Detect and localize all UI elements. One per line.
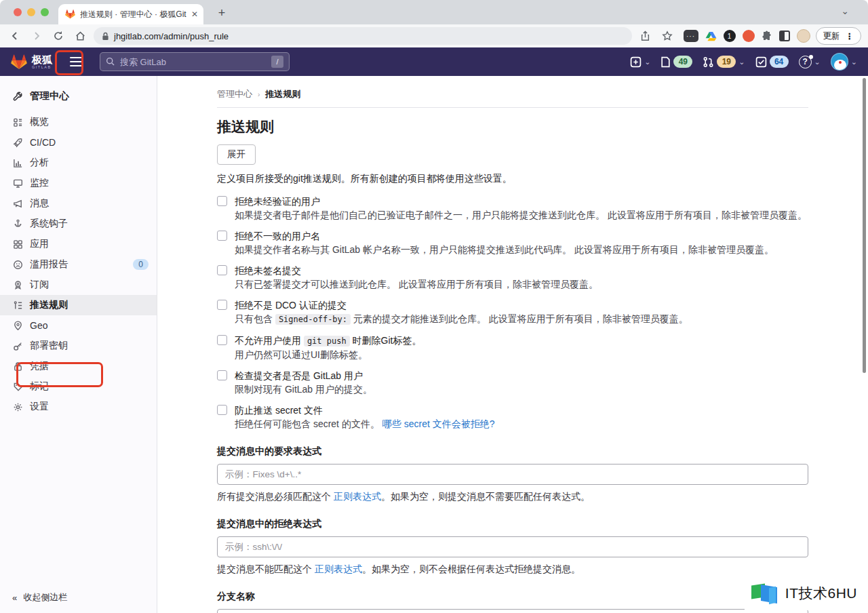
issues-count-badge: 49 [673,56,692,68]
sidebar-item-monitoring[interactable]: 监控 [0,173,157,193]
sidebar-item-settings[interactable]: 设置 [0,397,157,417]
close-window-button[interactable] [14,8,22,16]
search-icon [106,57,115,66]
field-label: 分支名称 [217,591,808,603]
checkbox[interactable] [217,265,227,275]
hook-icon [12,218,23,229]
tab-title: 推送规则 · 管理中心 · 极狐GitLa [80,9,186,20]
sidebar-item-push-rules[interactable]: 推送规则 [0,295,157,315]
secret-files-help-link[interactable]: 哪些 secret 文件会被拒绝? [382,418,495,429]
sidebar-item-messages[interactable]: 消息 [0,193,157,214]
sidebar-item-deploy-keys[interactable]: 部署密钥 [0,336,157,356]
apps-grid-icon [12,239,23,250]
checkbox[interactable] [217,231,227,241]
bookmark-star-icon[interactable] [659,28,675,44]
search-input[interactable] [120,57,267,67]
browser-tabstrip: 推送规则 · 管理中心 · 极狐GitLa ✕ + ⌄ [0,0,868,24]
sidebar-item-credentials[interactable]: 凭据 [0,356,157,376]
mr-count-badge: 19 [717,56,736,68]
sidebar-item-cicd[interactable]: CI/CD [0,132,157,153]
sidebar-item-system-hooks[interactable]: 系统钩子 [0,214,157,234]
help-button[interactable]: ? ⌄ [799,56,821,68]
gitlab-logo[interactable]: 极狐 GITLAB [11,54,52,70]
circle-one-extension-icon[interactable]: 1 [724,30,736,42]
checkbox[interactable] [217,196,227,206]
chevron-down-icon: ⌄ [851,58,857,66]
browser-toolbar: jhgitlab.com/admin/push_rule ··· 1 更新 ⋮ [0,24,868,47]
sidebar-item-labels[interactable]: 标记 [0,376,157,397]
wrench-icon [12,91,23,102]
required-expression-input[interactable] [217,464,808,485]
todos-button[interactable]: 64 [755,56,789,68]
medal-icon [12,279,23,290]
breadcrumb-admin-link[interactable]: 管理中心 [217,88,252,100]
checkbox-row-check-committer-is-gitlab-user: 检查提交者是否是 GitLab 用户 限制对现有 GitLab 用户的提交。 [217,369,808,396]
browser-update-button[interactable]: 更新 ⋮ [816,27,862,45]
share-icon[interactable] [637,28,654,44]
breadcrumb-current: 推送规则 [265,88,300,100]
checkbox[interactable] [217,405,227,415]
branch-name-input[interactable] [217,609,808,613]
sidebar-item-abuse-reports[interactable]: 滥用报告 0 [0,254,157,275]
regex-help-link[interactable]: 正则表达式 [334,491,381,502]
puzzle-extensions-icon[interactable] [762,31,772,41]
minimize-window-button[interactable] [27,8,35,16]
tab-close-icon[interactable]: ✕ [191,9,198,19]
gitlab-favicon [65,9,75,19]
checkbox[interactable] [217,370,227,380]
back-button[interactable] [7,28,23,44]
brand-subtitle: GITLAB [32,66,52,70]
regex-help-link[interactable]: 正则表达式 [315,563,362,574]
global-search[interactable]: / [100,52,290,71]
page-scrollbar[interactable] [863,78,866,373]
reject-expression-input[interactable] [217,536,808,557]
home-button[interactable] [72,28,88,44]
section-description: 定义项目所接受的git推送规则。所有新创建的项目都将使用这些设置。 [217,173,808,185]
browser-menu-kebab-icon[interactable]: ⋮ [846,31,854,41]
admin-sidebar: 管理中心 概览 CI/CD 分析 监控 消息 系统钩子 应用 滥用报告 0 订阅… [0,76,157,613]
orange-extension-icon[interactable] [743,30,755,42]
plus-square-icon [630,56,642,68]
split-window-icon[interactable] [779,31,790,41]
expand-button[interactable]: 展开 [217,144,256,165]
forward-button[interactable] [28,28,45,44]
reload-button[interactable] [50,28,66,44]
issues-button[interactable]: 49 [660,56,692,68]
tab-search-chevron-icon[interactable]: ⌄ [841,5,849,16]
url-bar[interactable]: jhgitlab.com/admin/push_rule [94,27,632,45]
extension-icons: ··· 1 [684,29,810,43]
sidebar-item-geo[interactable]: Geo [0,315,157,336]
watermark-text: IT技术6HU [785,584,857,603]
sidebar-item-analytics[interactable]: 分析 [0,153,157,173]
new-menu-button[interactable]: ⌄ [630,56,650,68]
merge-requests-button[interactable]: 19 ⌄ [703,56,745,68]
watermark-logo [751,582,780,605]
new-tab-button[interactable]: + [213,4,231,22]
sidebar-item-overview[interactable]: 概览 [0,112,157,132]
checkbox[interactable] [217,300,227,310]
sidebar-header-admin-area[interactable]: 管理中心 [0,76,157,112]
field-label: 提交消息中的拒绝表达式 [217,518,808,530]
browser-profile-avatar[interactable] [797,29,810,43]
drive-extension-icon[interactable] [705,31,717,41]
code-signed-off-by: Signed-off-by: [275,314,351,325]
ellipsis-extension-icon[interactable]: ··· [684,30,698,42]
browser-tab[interactable]: 推送规则 · 管理中心 · 极狐GitLa ✕ [58,4,203,24]
checkbox[interactable] [217,335,227,345]
collapse-sidebar-button[interactable]: « 收起侧边栏 [12,591,67,604]
page-title: 推送规则 [217,117,808,136]
todo-check-icon [755,56,767,68]
frown-face-icon [12,259,23,270]
hamburger-menu-icon[interactable] [64,52,87,72]
merge-request-icon [703,56,714,68]
notification-dot [809,55,813,59]
rocket-icon [12,137,23,148]
maximize-window-button[interactable] [41,8,49,16]
user-menu[interactable]: ⌄ [831,53,857,71]
sidebar-item-subscription[interactable]: 订阅 [0,275,157,295]
user-avatar [831,53,848,71]
sidebar-item-applications[interactable]: 应用 [0,234,157,254]
main-content: 管理中心 › 推送规则 推送规则 展开 定义项目所接受的git推送规则。所有新创… [157,76,868,613]
collapse-chevrons-icon: « [12,593,17,603]
update-label: 更新 [823,31,840,42]
